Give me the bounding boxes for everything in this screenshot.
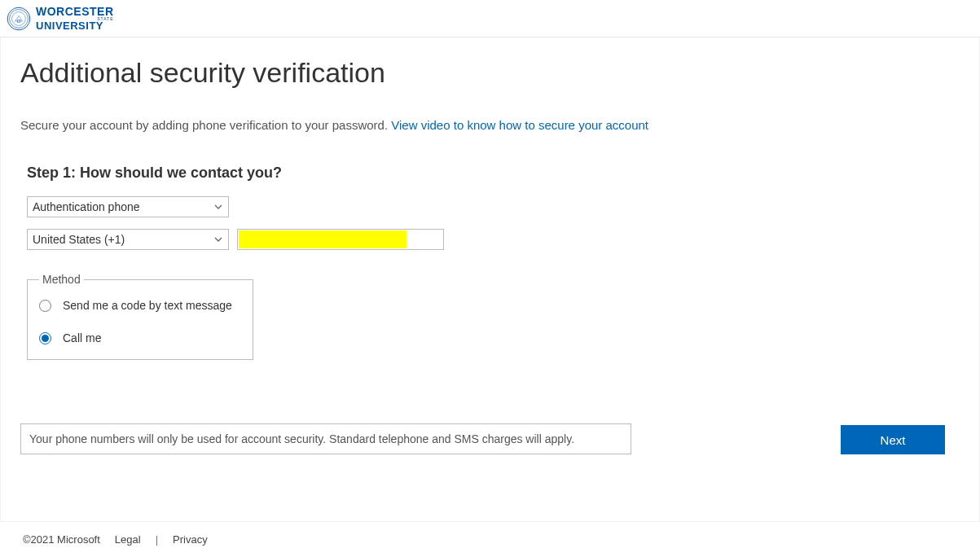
- privacy-link[interactable]: Privacy: [173, 533, 208, 546]
- view-video-link[interactable]: View video to know how to secure your ac…: [391, 118, 648, 132]
- subtitle-row: Secure your account by adding phone veri…: [20, 118, 960, 132]
- step-heading: Step 1: How should we contact you?: [27, 164, 960, 182]
- phone-number-input[interactable]: [238, 230, 443, 249]
- next-button[interactable]: Next: [841, 425, 945, 454]
- radio-call-me[interactable]: [39, 332, 51, 344]
- radio-call-label: Call me: [63, 331, 101, 344]
- header: WORCESTER STATE UNIVERSITY: [0, 0, 980, 37]
- footer: ©2021 Microsoft Legal | Privacy: [0, 521, 980, 557]
- method-radio-call[interactable]: Call me: [39, 331, 241, 344]
- country-code-select[interactable]: United States (+1): [27, 229, 229, 250]
- logo: WORCESTER STATE UNIVERSITY: [7, 6, 114, 31]
- university-seal-icon: [7, 7, 31, 31]
- svg-point-1: [10, 9, 29, 28]
- logo-bottom: UNIVERSITY: [36, 20, 114, 31]
- method-radio-text[interactable]: Send me a code by text message: [39, 299, 241, 312]
- svg-point-2: [12, 11, 26, 25]
- main-content: Additional security verification Secure …: [0, 37, 980, 521]
- method-legend: Method: [39, 273, 84, 286]
- logo-top: WORCESTER: [36, 6, 114, 17]
- contact-method-select[interactable]: Authentication phone: [27, 196, 229, 217]
- method-fieldset: Method Send me a code by text message Ca…: [27, 273, 253, 360]
- phone-input-wrapper: [237, 229, 444, 250]
- phone-row: United States (+1): [27, 229, 960, 250]
- radio-text-label: Send me a code by text message: [63, 299, 232, 312]
- copyright: ©2021 Microsoft: [23, 533, 100, 546]
- disclaimer: Your phone numbers will only be used for…: [20, 423, 631, 454]
- logo-text: WORCESTER STATE UNIVERSITY: [36, 6, 114, 31]
- legal-link[interactable]: Legal: [115, 533, 141, 546]
- separator: |: [156, 533, 158, 546]
- page-title: Additional security verification: [20, 57, 960, 89]
- svg-point-0: [7, 7, 30, 30]
- radio-text-message[interactable]: [39, 300, 51, 312]
- subtitle-text: Secure your account by adding phone veri…: [20, 118, 391, 132]
